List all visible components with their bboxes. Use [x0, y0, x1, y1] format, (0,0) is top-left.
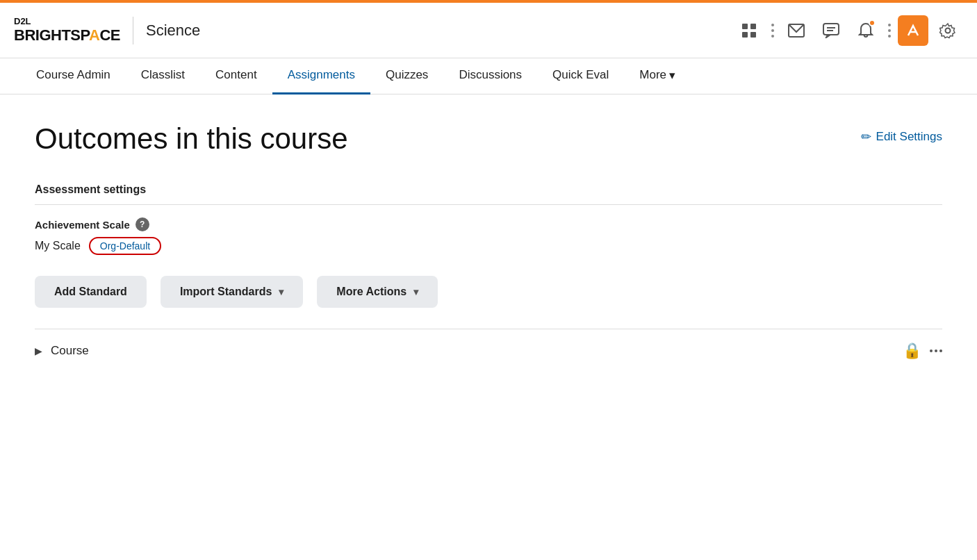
section-title: Assessment settings [35, 183, 942, 196]
logo[interactable]: D2L BRIGHTSPACE [14, 17, 120, 43]
add-standard-button[interactable]: Add Standard [35, 276, 147, 308]
svg-rect-2 [742, 32, 748, 38]
action-buttons-row: Add Standard Import Standards ▾ More Act… [35, 276, 942, 308]
nav-item-content[interactable]: Content [200, 58, 272, 94]
nav-item-quizzes[interactable]: Quizzes [370, 58, 443, 94]
svg-rect-0 [742, 24, 748, 29]
gear-icon [939, 22, 956, 39]
course-row-ellipsis-button[interactable] [930, 349, 942, 352]
import-standards-button[interactable]: Import Standards ▾ [161, 276, 303, 308]
svg-rect-3 [750, 32, 756, 38]
nav-more-chevron-icon: ▾ [669, 68, 675, 83]
more-actions-label: More Actions [336, 286, 407, 298]
edit-settings-button[interactable]: ✏ Edit Settings [861, 129, 942, 145]
edit-settings-label: Edit Settings [876, 130, 942, 144]
active-nav-button[interactable] [898, 15, 928, 46]
svg-rect-5 [823, 24, 839, 35]
course-row-label: Course [51, 344, 89, 358]
import-standards-chevron-icon: ▾ [279, 286, 284, 297]
page-header: Outcomes in this course ✏ Edit Settings [35, 122, 942, 156]
achievement-row: Achievement Scale ? My Scale Org-Default [35, 217, 942, 255]
help-icon[interactable]: ? [136, 217, 149, 231]
more-actions-chevron-icon: ▾ [413, 286, 418, 297]
nav-item-more[interactable]: More ▾ [624, 58, 691, 94]
topbar-right [734, 15, 963, 46]
topbar: D2L BRIGHTSPACE Science [0, 3, 977, 58]
nav-item-discussions[interactable]: Discussions [443, 58, 537, 94]
topbar-dots-1[interactable] [769, 17, 777, 44]
page-title: Outcomes in this course [35, 122, 348, 156]
topbar-left: D2L BRIGHTSPACE Science [14, 17, 200, 44]
navbar: Course Admin Classlist Content Assignmen… [0, 58, 977, 94]
main-content: Outcomes in this course ✏ Edit Settings … [0, 94, 977, 372]
course-row-right: 🔒 [903, 342, 942, 360]
topbar-divider [133, 17, 133, 44]
achievement-scale-label-row: Achievement Scale ? [35, 217, 942, 231]
my-scale-row: My Scale Org-Default [35, 237, 942, 255]
topbar-dots-2[interactable] [885, 17, 894, 44]
org-default-badge[interactable]: Org-Default [89, 237, 161, 255]
chat-icon-button[interactable] [816, 15, 846, 46]
grid-icon-button[interactable] [734, 15, 764, 46]
nav-item-classlist[interactable]: Classlist [126, 58, 200, 94]
assessment-settings-section: Assessment settings Achievement Scale ? … [35, 183, 942, 255]
notification-dot [869, 19, 876, 26]
settings-icon-button[interactable] [933, 15, 963, 46]
expand-course-button[interactable]: ▶ [35, 345, 42, 356]
achievement-scale-text: Achievement Scale [35, 219, 130, 231]
arrow-icon [905, 23, 921, 38]
logo-a-letter: A [89, 26, 99, 44]
my-scale-label: My Scale [35, 240, 81, 252]
chat-icon [823, 23, 839, 38]
svg-rect-1 [750, 24, 756, 29]
mail-icon [788, 24, 805, 38]
nav-item-quick-eval[interactable]: Quick Eval [537, 58, 624, 94]
course-row-left: ▶ Course [35, 344, 89, 358]
grid-icon [741, 23, 757, 38]
nav-item-course-admin[interactable]: Course Admin [21, 58, 126, 94]
mail-icon-button[interactable] [781, 15, 812, 46]
lock-icon[interactable]: 🔒 [903, 342, 921, 360]
pencil-icon: ✏ [861, 129, 871, 145]
logo-d2l-text: D2L [14, 17, 120, 26]
more-actions-button[interactable]: More Actions ▾ [317, 276, 438, 308]
svg-point-9 [946, 28, 951, 33]
logo-brightspace-text: BRIGHTSPACE [14, 27, 120, 44]
course-row: ▶ Course 🔒 [35, 329, 942, 372]
add-standard-label: Add Standard [54, 286, 127, 298]
bell-icon-button[interactable] [851, 15, 881, 46]
course-title: Science [146, 22, 200, 40]
section-divider-top [35, 204, 942, 205]
import-standards-label: Import Standards [180, 286, 272, 298]
nav-item-assignments[interactable]: Assignments [272, 58, 370, 94]
